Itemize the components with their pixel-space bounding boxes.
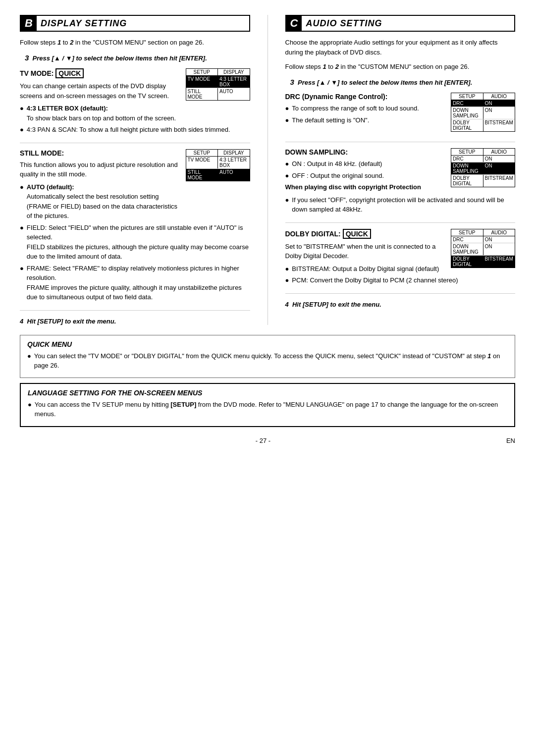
drc-diag-ds-on: ON (483, 107, 515, 119)
audio-section-header: C AUDIO SETTING (285, 15, 516, 32)
dolby-bullet-dot-2: ● (285, 275, 289, 285)
quick-menu-title: QUICK MENU (27, 340, 508, 348)
language-text: You can access the TV SETUP menu by hitt… (35, 400, 507, 419)
dolby-bullet-2-content: PCM: Convert the Dolby Digital to PCM (2… (292, 275, 515, 285)
audio-intro2: Follow steps 1 to 2 in the "CUSTOM MENU"… (285, 62, 516, 72)
display-step4: 4 Hit [SETUP] to exit the menu. (20, 318, 250, 325)
audio-setting-column: C AUDIO SETTING Choose the appropriate A… (285, 15, 516, 325)
quick-menu-bullet: ● You can select the "TV MODE" or "DOLBY… (27, 351, 508, 371)
bullet-dot-3: ● (20, 182, 24, 192)
drc-bullet-dot-2: ● (285, 115, 289, 125)
diagram-tvmode-value: 4:3 LETTER BOX (218, 76, 250, 88)
drc-diag-setup: SETUP (451, 93, 483, 100)
ds-diag-audio: AUDIO (483, 149, 515, 155)
dolby-diag-dolby: DOLBY DIGITAL (451, 256, 483, 268)
tv-mode-bullet-1-content: 4:3 LETTER BOX (default): To show black … (27, 104, 181, 123)
dolby-bullet-1: ● BITSTREAM: Output a Dolby Digital sign… (285, 264, 446, 274)
diagram-stillmode-label: STILL MODE (186, 88, 218, 100)
bullet-dot-4: ● (20, 223, 24, 233)
tv-mode-bullet-2-content: 4:3 PAN & SCAN: To show a full height pi… (27, 125, 250, 135)
drc-diag-bitstream: BITSTREAM (483, 119, 515, 131)
separator-ds (285, 222, 516, 223)
tv-mode-bullet-2: ● 4:3 PAN & SCAN: To show a full height … (20, 125, 250, 135)
drc-diag-on: ON (483, 100, 515, 107)
separator-drc (285, 142, 516, 142)
still-mode-diagram: SETUP DISPLAY TV MODE 4:3 LETTER BOX STI… (186, 149, 250, 181)
diagram2-stillmode-label: STILL MODE (186, 169, 218, 181)
drc-bullet-dot-1: ● (285, 104, 289, 113)
ds-bullet-1-content: ON : Output in 48 kHz. (default) (292, 159, 446, 169)
drc-diag-drc: DRC (451, 100, 483, 107)
ds-bullet-dot-1: ● (285, 159, 289, 169)
dolby-diag-ds-on: ON (483, 243, 515, 255)
diagram-tvmode-label: TV MODE (186, 76, 218, 88)
separator-display-bottom (20, 310, 250, 311)
diagram2-stillmode-value: AUTO (218, 169, 250, 181)
drc-diagram: SETUP AUDIO DRC ON DOWN SAMPLING ON DOLB… (451, 93, 515, 132)
section-b-letter: B (21, 16, 37, 31)
drc-bullet-1: ● To compress the range of soft to loud … (285, 104, 446, 113)
quick-menu-bullet-dot: ● (27, 351, 31, 361)
dolby-diag-drc: DRC (451, 236, 483, 243)
ds-diag-bitstream: BITSTREAM (483, 175, 515, 187)
page-number: - 27 - (256, 437, 270, 444)
quick-menu-text: You can select the "TV MODE" or "DOLBY D… (34, 351, 508, 371)
footer-en-label: EN (506, 437, 515, 444)
ds-diag-ds: DOWN SAMPLING (451, 162, 483, 174)
audio-step3: 3 Press [▲ / ▼] to select the below item… (290, 77, 516, 88)
copyright-bullet-dot: ● (285, 195, 289, 205)
display-section-title: DISPLAY SETTING (41, 18, 127, 29)
ds-bullet-dot-2: ● (285, 171, 289, 181)
drc-bullet-1-content: To compress the range of soft to loud so… (292, 104, 446, 113)
dolby-diag-bitstream: BITSTREAM (483, 256, 515, 268)
dolby-diag-on: ON (483, 236, 515, 243)
quick-menu-box: QUICK MENU ● You can select the "TV MODE… (20, 335, 515, 378)
ds-diag-setup: SETUP (451, 149, 483, 155)
page-footer: - 27 - EN (20, 437, 515, 444)
drc-section: SETUP AUDIO DRC ON DOWN SAMPLING ON DOLB… (285, 93, 516, 136)
ds-diag-dolby: DOLBY DIGITAL (451, 175, 483, 187)
still-mode-field-bullet: ● FIELD: Select "FIELD" when the picture… (20, 223, 250, 262)
tv-mode-bullet-1: ● 4:3 LETTER BOX (default): To show blac… (20, 104, 181, 123)
audio-intro: Choose the appropriate Audio settings fo… (285, 38, 516, 57)
still-mode-auto-content: AUTO (default): Automatically select the… (27, 182, 181, 221)
language-setting-box: LANGUAGE SETTING FOR THE ON-SCREEN MENUS… (20, 383, 515, 427)
column-divider (268, 15, 268, 325)
ds-bullet-1: ● ON : Output in 48 kHz. (default) (285, 159, 446, 169)
language-bullet: ● You can access the TV SETUP menu by hi… (28, 400, 507, 419)
dolby-bullet-2: ● PCM: Convert the Dolby Digital to PCM … (285, 275, 516, 285)
tv-mode-diagram: SETUP DISPLAY TV MODE 4:3 LETTER BOX STI… (186, 68, 250, 101)
dolby-diagram: SETUP AUDIO DRC ON DOWN SAMPLING ON DOLB… (451, 229, 515, 268)
dolby-bullet-1-content: BITSTREAM: Output a Dolby Digital signal… (292, 264, 446, 274)
ds-diagram: SETUP AUDIO DRC ON DOWN SAMPLING ON DOLB… (451, 148, 515, 187)
still-mode-field-content: FIELD: Select "FIELD" when the pictures … (27, 223, 250, 262)
display-setting-column: B DISPLAY SETTING Follow steps 1 to 2 in… (20, 15, 250, 325)
bottom-section: QUICK MENU ● You can select the "TV MODE… (20, 335, 515, 427)
still-mode-auto-bullet: ● AUTO (default): Automatically select t… (20, 182, 181, 221)
dolby-quick-badge: QUICK (343, 229, 371, 239)
display-step3: 3 Press [▲ / ▼] to select the below item… (25, 53, 250, 64)
diagram2-tvmode-value: 4:3 LETTER BOX (218, 157, 250, 168)
drc-diag-dolby: DOLBY DIGITAL (451, 119, 483, 131)
two-column-layout: B DISPLAY SETTING Follow steps 1 to 2 in… (20, 15, 515, 325)
diagram-stillmode-value: AUTO (218, 88, 250, 100)
diagram2-header-display: DISPLAY (218, 150, 250, 156)
still-mode-section: SETUP DISPLAY TV MODE 4:3 LETTER BOX STI… (20, 149, 250, 304)
page-container: B DISPLAY SETTING Follow steps 1 to 2 in… (20, 15, 515, 444)
ds-diag-ds-on: ON (483, 162, 515, 174)
dolby-section: SETUP AUDIO DRC ON DOWN SAMPLING ON DOLB… (285, 229, 516, 287)
copyright-bullet: ● If you select "OFF", copyright protect… (285, 195, 516, 215)
diagram-header-display: DISPLAY (218, 69, 250, 75)
diagram2-tvmode-label: TV MODE (186, 157, 218, 168)
diagram-header-setup: SETUP (186, 69, 218, 75)
language-setting-title: LANGUAGE SETTING FOR THE ON-SCREEN MENUS (28, 389, 507, 397)
ds-diag-drc: DRC (451, 156, 483, 162)
drc-bullet-2-content: The default setting is "ON". (292, 115, 446, 125)
drc-diag-audio: AUDIO (483, 93, 515, 100)
dolby-bullet-dot-1: ● (285, 264, 289, 274)
down-sampling-section: SETUP AUDIO DRC ON DOWN SAMPLING ON DOLB… (285, 148, 516, 216)
still-mode-frame-bullet: ● FRAME: Select "FRAME" to display relat… (20, 264, 250, 302)
drc-diag-ds: DOWN SAMPLING (451, 107, 483, 119)
drc-bullet-2: ● The default setting is "ON". (285, 115, 446, 125)
ds-diag-on: ON (483, 156, 515, 162)
